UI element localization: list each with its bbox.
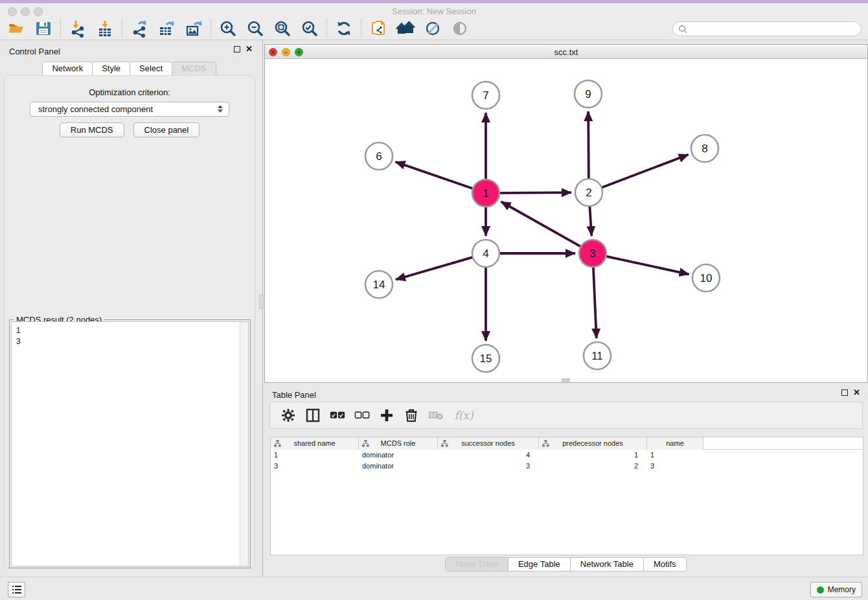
close-table-panel-icon[interactable]: ✕ — [853, 389, 860, 397]
tab-network[interactable]: Network — [42, 62, 93, 76]
tab-node-table[interactable]: Node Table — [445, 557, 508, 571]
task-history-button[interactable] — [8, 582, 25, 597]
import-table-button[interactable] — [91, 18, 119, 39]
app-titlebar: Session: New Session — [0, 3, 868, 17]
status-bar: Memory — [0, 577, 868, 600]
toolbar-separator — [60, 19, 61, 38]
export-network-button[interactable] — [126, 18, 153, 39]
memory-button[interactable]: Memory — [810, 582, 862, 597]
graph-edge-3-10[interactable] — [605, 256, 689, 274]
column-header-successor-nodes[interactable]: successor nodes — [438, 437, 539, 450]
graph-edge-2-8[interactable] — [600, 155, 689, 189]
circle-slash-icon — [424, 19, 442, 38]
export-network-icon — [130, 19, 148, 38]
plus-icon — [380, 408, 394, 422]
graph-edge-3-11[interactable] — [593, 266, 597, 338]
fx-icon: f(x) — [454, 409, 473, 422]
zoom-selected-button[interactable] — [296, 18, 323, 39]
hide-graphics-button[interactable] — [419, 18, 446, 39]
cell-name[interactable]: 3 — [647, 461, 703, 472]
graph-node-label-15: 15 — [480, 352, 492, 365]
graph-edge-2-9[interactable] — [588, 111, 589, 180]
export-table-button[interactable] — [153, 18, 180, 39]
split-panel-button[interactable] — [305, 408, 321, 423]
float-panel-icon[interactable] — [234, 46, 240, 52]
deselect-all-button[interactable] — [354, 408, 370, 423]
toolbar-separator — [122, 19, 122, 38]
cyndex-home-button[interactable] — [392, 18, 419, 39]
zoom-out-button[interactable] — [242, 18, 269, 39]
zoom-fit-button[interactable] — [269, 18, 296, 39]
tab-network-table[interactable]: Network Table — [570, 557, 644, 571]
trash-icon — [405, 408, 418, 422]
graph-edge-2-3[interactable] — [589, 205, 591, 236]
refresh-network-button[interactable] — [330, 18, 358, 39]
tree-icon — [274, 440, 281, 447]
open-session-button[interactable] — [3, 18, 30, 39]
mcds-result-area[interactable]: 1 3 — [11, 321, 249, 566]
table-header-row: shared name MCDS role successor nodes pr… — [271, 437, 863, 450]
network-window-titlebar[interactable]: ✕ − + scc.txt — [265, 45, 867, 59]
tab-style[interactable]: Style — [92, 62, 130, 76]
cell-predecessor-nodes[interactable]: 1 — [539, 450, 647, 461]
zoom-in-icon — [219, 19, 237, 38]
table-row[interactable]: 3 dominator 3 2 3 — [271, 461, 863, 472]
zoom-in-button[interactable] — [214, 18, 242, 39]
cell-predecessor-nodes[interactable]: 2 — [539, 461, 647, 472]
graph-edge-3-1[interactable] — [501, 202, 582, 247]
column-header-name[interactable]: name — [647, 437, 703, 450]
cell-successor-nodes[interactable]: 4 — [438, 450, 539, 461]
optimization-criterion-label: Optimization criterion: — [5, 87, 255, 97]
search-input[interactable] — [687, 23, 861, 35]
select-all-button[interactable] — [330, 408, 345, 423]
cell-shared-name[interactable]: 3 — [271, 461, 359, 472]
cell-shared-name[interactable]: 1 — [271, 450, 359, 461]
cell-mcds-role[interactable]: dominator — [359, 461, 438, 472]
mcds-panel-body: Optimization criterion: strongly connect… — [4, 75, 255, 569]
close-panel-icon[interactable]: ✕ — [246, 45, 253, 53]
run-mcds-button[interactable]: Run MCDS — [60, 122, 124, 137]
cell-name[interactable]: 1 — [647, 450, 703, 461]
cell-mcds-role[interactable]: dominator — [359, 450, 438, 461]
export-table-icon — [157, 19, 176, 38]
network-resize-grip[interactable] — [562, 378, 570, 383]
column-header-predecessor-nodes[interactable]: predecessor nodes — [539, 437, 647, 450]
graph-edge-4-14[interactable] — [396, 257, 474, 279]
column-header-shared-name[interactable]: shared name — [271, 437, 359, 450]
tab-edge-table[interactable]: Edge Table — [508, 557, 571, 571]
panel-divider[interactable] — [259, 40, 264, 577]
node-table[interactable]: shared name MCDS role successor nodes pr… — [270, 437, 863, 555]
table-row[interactable]: 1 dominator 4 1 1 — [271, 450, 863, 461]
column-settings-button[interactable] — [280, 408, 296, 423]
graph-edge-1-2[interactable] — [498, 192, 571, 193]
eye-toggle-button[interactable] — [446, 18, 474, 39]
graph-edge-1-6[interactable] — [396, 162, 475, 189]
cell-successor-nodes[interactable]: 3 — [438, 461, 539, 472]
checked-boxes-icon — [330, 411, 345, 420]
toolbar-separator — [361, 19, 361, 38]
search-box[interactable] — [672, 21, 862, 36]
graph-node-label-2: 2 — [586, 187, 591, 199]
divider-grip[interactable] — [259, 295, 264, 309]
network-canvas[interactable]: 7968124314101511 — [265, 59, 867, 382]
network-graph[interactable]: 7968124314101511 — [265, 59, 867, 382]
column-header-mcds-role[interactable]: MCDS role — [359, 437, 438, 450]
delete-rows-button[interactable] — [404, 408, 419, 423]
tab-select[interactable]: Select — [130, 62, 172, 76]
close-panel-button[interactable]: Close panel — [133, 122, 200, 137]
tab-motifs[interactable]: Motifs — [643, 557, 687, 571]
graph-node-label-11: 11 — [591, 350, 603, 362]
add-row-button[interactable] — [379, 408, 394, 423]
table-panel-title: Table Panel — [272, 390, 316, 400]
export-image-button[interactable] — [180, 18, 207, 39]
apply-style-button[interactable] — [365, 18, 392, 39]
result-scrollbar[interactable] — [240, 322, 248, 566]
tree-icon — [362, 440, 369, 447]
zoom-out-icon — [246, 19, 264, 38]
unchecked-boxes-icon — [354, 411, 370, 420]
tab-mcds[interactable]: MCDS — [172, 62, 216, 76]
import-network-button[interactable] — [64, 18, 91, 39]
float-table-panel-icon[interactable] — [841, 389, 848, 396]
criterion-select[interactable]: strongly connected component — [30, 102, 229, 117]
save-session-button[interactable] — [30, 18, 57, 39]
